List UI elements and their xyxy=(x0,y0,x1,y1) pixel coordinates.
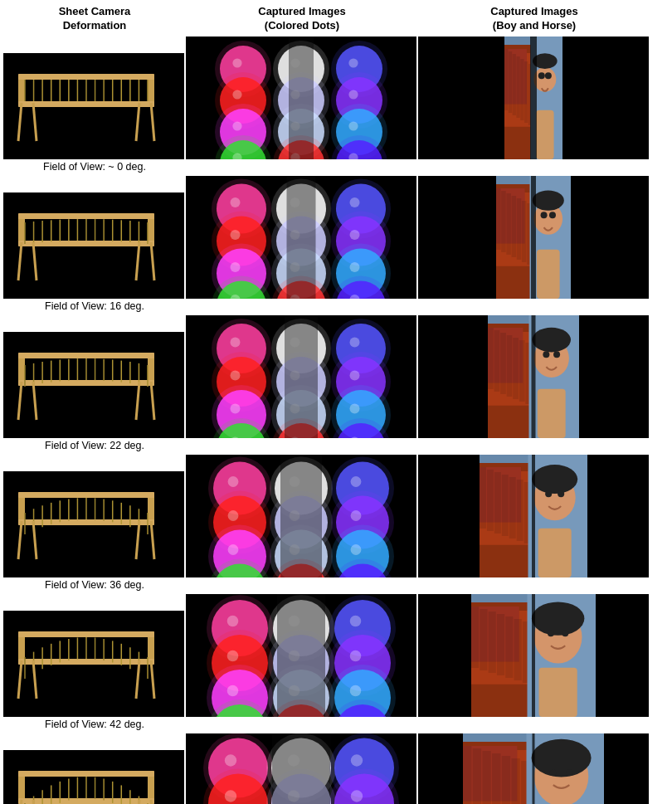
svg-point-218 xyxy=(231,337,241,347)
svg-rect-261 xyxy=(285,315,318,438)
svg-rect-384 xyxy=(18,659,154,665)
cam-image-3 xyxy=(3,471,184,577)
svg-point-426 xyxy=(227,685,239,696)
svg-rect-478 xyxy=(18,771,154,777)
dots-cell-3 xyxy=(186,455,418,592)
svg-rect-474 xyxy=(532,594,535,717)
header-row: Sheet CameraDeformation Captured Images(… xyxy=(3,5,669,33)
dots-spacer-4 xyxy=(186,719,418,732)
svg-rect-4 xyxy=(18,101,154,107)
cam-image-4 xyxy=(3,611,184,717)
grid-row-3: Field of View: 36 deg. xyxy=(3,455,669,592)
svg-point-331 xyxy=(228,544,239,555)
svg-point-509 xyxy=(351,754,363,766)
svg-rect-166 xyxy=(287,176,316,299)
cam-caption-0: Field of View: ~ 0 deg. xyxy=(3,161,186,174)
svg-point-322 xyxy=(228,510,239,521)
dots-image-2 xyxy=(186,315,416,438)
svg-point-518 xyxy=(351,790,363,802)
horse-image-5 xyxy=(418,733,649,804)
svg-rect-284 xyxy=(532,315,536,438)
horse-cell-5 xyxy=(418,733,650,804)
cam-caption-2: Field of View: 22 deg. xyxy=(3,440,186,453)
cam-cell-3: Field of View: 36 deg. xyxy=(3,471,186,592)
grid-row-1: Field of View: 16 deg. xyxy=(3,176,669,314)
dots-spacer-0 xyxy=(186,161,418,174)
horse-spacer-4 xyxy=(418,719,650,732)
col-header-1: Sheet CameraDeformation xyxy=(3,5,186,33)
svg-rect-379 xyxy=(532,455,535,577)
main-container: Sheet CameraDeformation Captured Images(… xyxy=(0,0,672,804)
dots-cell-0 xyxy=(186,37,418,174)
cam-cell-1: Field of View: 16 deg. xyxy=(3,192,186,314)
grid-body: Field of View: ~ 0 deg. Field of View: 1… xyxy=(3,37,669,804)
horse-spacer-1 xyxy=(418,300,650,314)
svg-point-141 xyxy=(231,262,241,272)
cam-caption-1: Field of View: 16 deg. xyxy=(3,300,186,314)
grid-row-5: Field of View: 52 deg. xyxy=(3,733,669,804)
svg-rect-193 xyxy=(18,353,154,358)
svg-rect-567 xyxy=(418,733,463,804)
svg-rect-99 xyxy=(18,241,154,246)
dots-cell-5 xyxy=(186,733,418,804)
svg-point-227 xyxy=(231,370,241,380)
dots-spacer-3 xyxy=(186,579,418,592)
horse-image-0 xyxy=(418,37,649,159)
svg-rect-356 xyxy=(280,455,322,577)
svg-point-34 xyxy=(348,58,358,67)
horse-image-2 xyxy=(418,315,649,438)
svg-point-242 xyxy=(350,403,360,413)
cam-cell-5: Field of View: 52 deg. xyxy=(3,750,186,804)
svg-rect-71 xyxy=(289,37,314,159)
horse-cell-4 xyxy=(418,594,650,732)
svg-rect-188 xyxy=(571,176,649,299)
svg-point-503 xyxy=(225,754,236,766)
col-header-2: Captured Images(Colored Dots) xyxy=(186,5,418,33)
svg-rect-282 xyxy=(418,315,488,438)
svg-rect-187 xyxy=(418,176,496,299)
svg-point-313 xyxy=(228,476,239,487)
horse-cell-2 xyxy=(418,315,650,453)
svg-rect-479 xyxy=(18,798,154,804)
cam-caption-4: Field of View: 42 deg. xyxy=(3,719,186,732)
svg-point-328 xyxy=(351,510,362,521)
svg-point-319 xyxy=(351,476,362,487)
svg-point-46 xyxy=(232,121,241,130)
svg-rect-98 xyxy=(18,213,154,219)
svg-rect-94 xyxy=(530,37,537,159)
svg-point-138 xyxy=(350,230,360,240)
svg-rect-189 xyxy=(531,176,536,299)
cam-image-1 xyxy=(3,192,184,299)
svg-point-236 xyxy=(231,403,241,413)
svg-rect-3 xyxy=(18,74,154,80)
svg-point-132 xyxy=(231,230,241,240)
cam-image-0 xyxy=(3,53,184,159)
horse-spacer-0 xyxy=(418,161,650,174)
cam-cell-2: Field of View: 22 deg. xyxy=(3,332,186,453)
svg-rect-378 xyxy=(587,455,649,577)
svg-rect-546 xyxy=(272,733,330,804)
svg-point-37 xyxy=(232,90,241,99)
dots-spacer-2 xyxy=(186,440,418,453)
dots-image-3 xyxy=(186,455,416,577)
dots-image-5 xyxy=(186,733,416,804)
svg-point-43 xyxy=(348,90,358,99)
svg-rect-473 xyxy=(596,594,649,717)
grid-row-2: Field of View: 22 deg. xyxy=(3,315,669,453)
svg-point-129 xyxy=(350,197,360,207)
cam-image-5 xyxy=(3,750,184,804)
horse-cell-1 xyxy=(418,176,650,314)
cam-cell-4: Field of View: 42 deg. xyxy=(3,611,186,732)
svg-point-417 xyxy=(227,650,239,661)
dots-spacer-1 xyxy=(186,300,418,314)
svg-point-337 xyxy=(351,544,362,555)
horse-cell-0 xyxy=(418,37,650,174)
svg-rect-568 xyxy=(604,733,649,804)
horse-spacer-2 xyxy=(418,440,650,453)
svg-point-52 xyxy=(348,121,358,130)
svg-point-408 xyxy=(227,615,239,626)
svg-point-28 xyxy=(232,58,241,67)
svg-rect-383 xyxy=(18,631,154,637)
cam-image-2 xyxy=(3,332,184,438)
horse-spacer-3 xyxy=(418,579,650,592)
